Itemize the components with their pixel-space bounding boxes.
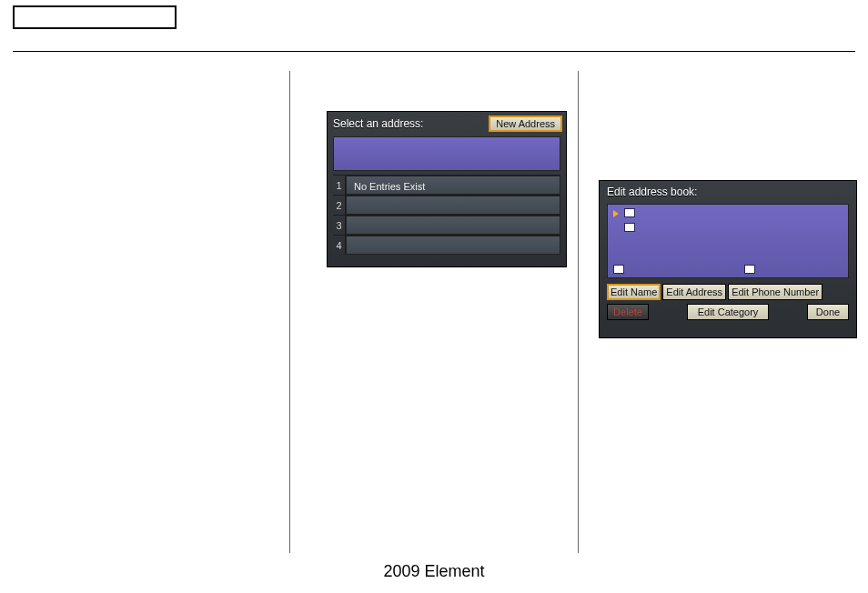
column-middle: Select an address: New Address 1 No Entr… (294, 71, 574, 553)
done-button[interactable]: Done (807, 304, 849, 320)
address-list: 1 No Entries Exist 2 3 4 (333, 175, 560, 255)
edit-name-button[interactable]: Edit Name (607, 284, 661, 300)
delete-button[interactable]: Delete (607, 304, 649, 320)
home-icon (624, 223, 635, 232)
address-name-field[interactable] (333, 136, 560, 171)
select-address-screen: Select an address: New Address 1 No Entr… (327, 111, 567, 267)
empty-header-box (13, 5, 177, 29)
column-right: Edit address book: Edit Name Edit Addres… (582, 71, 863, 553)
address-row[interactable]: 3 (333, 215, 560, 235)
entry-detail-panel (607, 204, 849, 278)
row-cell (346, 216, 560, 235)
row-number: 1 (333, 176, 346, 195)
phone-icon (613, 265, 624, 274)
edit-buttons-row: Edit Name Edit Address Edit Phone Number (607, 284, 849, 300)
edit-phone-number-button[interactable]: Edit Phone Number (728, 284, 823, 300)
column-left (5, 71, 286, 553)
address-row[interactable]: 1 No Entries Exist (333, 175, 560, 195)
column-divider (289, 71, 290, 553)
select-address-header: Select an address: New Address (328, 112, 566, 135)
page-footer-text: 2009 Element (0, 562, 868, 581)
row-cell (346, 236, 560, 255)
horizontal-rule (13, 51, 855, 52)
edit-address-book-title: Edit address book: (600, 181, 856, 202)
row-number: 2 (333, 196, 346, 215)
address-row[interactable]: 4 (333, 235, 560, 255)
edit-address-button[interactable]: Edit Address (662, 284, 726, 300)
marker-icon (624, 208, 635, 217)
column-divider (578, 71, 579, 553)
row-number: 4 (333, 236, 346, 255)
three-column-layout: Select an address: New Address 1 No Entr… (5, 71, 863, 553)
row-cell (346, 196, 560, 215)
select-address-title: Select an address: (333, 117, 423, 130)
row-number: 3 (333, 216, 346, 235)
selection-arrow-icon (613, 210, 619, 217)
edit-address-book-screen: Edit address book: Edit Name Edit Addres… (599, 180, 857, 338)
category-icon (744, 265, 755, 274)
new-address-button[interactable]: New Address (489, 116, 562, 132)
bottom-buttons-row: Delete Edit Category Done (607, 304, 849, 320)
address-row[interactable]: 2 (333, 195, 560, 215)
row-cell: No Entries Exist (346, 176, 560, 195)
edit-category-button[interactable]: Edit Category (687, 304, 769, 320)
